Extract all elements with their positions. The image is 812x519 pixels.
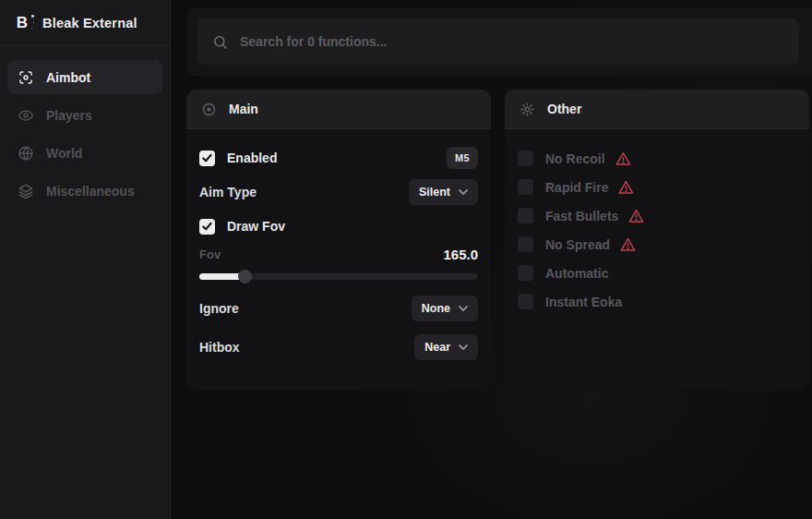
search-container: [186, 7, 812, 76]
layers-icon: [18, 183, 34, 199]
chevron-down-icon: [459, 344, 468, 350]
other-panel: Other No Recoil Rapid Fire Fast Bullets: [505, 90, 809, 390]
aim-type-row: Aim Type Silent: [199, 179, 478, 205]
other-panel-title: Other: [547, 102, 581, 116]
fov-label: Fov: [199, 247, 221, 261]
crosshair-icon: [18, 69, 34, 86]
warning-icon: [615, 151, 631, 166]
search-input[interactable]: [240, 34, 784, 49]
instant-eoka-checkbox[interactable]: [518, 294, 533, 309]
main-panel-body: Enabled M5 Aim Type Silent Draw Fov Fov …: [186, 129, 491, 369]
enabled-label: Enabled: [227, 151, 277, 165]
no-spread-row: No Spread: [518, 230, 796, 259]
no-spread-checkbox[interactable]: [518, 236, 533, 252]
rapid-fire-label: Rapid Fire: [545, 180, 608, 195]
sidebar-item-label: World: [46, 146, 82, 161]
chevron-down-icon: [459, 189, 468, 195]
warning-icon: [618, 180, 634, 195]
no-spread-label: No Spread: [545, 237, 610, 252]
sidebar-item-label: Players: [46, 108, 92, 123]
rapid-fire-row: Rapid Fire: [518, 173, 796, 201]
enabled-row: Enabled M5: [199, 144, 478, 172]
sidebar-item-aimbot[interactable]: Aimbot: [7, 60, 162, 94]
sidebar-item-world[interactable]: World: [7, 136, 162, 170]
app-title: Bleak External: [42, 16, 137, 30]
main-panel-header: Main: [186, 90, 491, 129]
fov-value: 165.0: [443, 247, 478, 262]
fov-label-row: Fov 165.0: [199, 244, 478, 264]
warning-icon: [620, 237, 636, 252]
sidebar-nav: Aimbot Players World Miscellaneous: [0, 46, 170, 222]
ignore-dropdown[interactable]: None: [412, 296, 478, 321]
keybind-badge[interactable]: M5: [447, 147, 478, 169]
no-recoil-checkbox[interactable]: [518, 151, 533, 166]
no-recoil-row: No Recoil: [518, 144, 796, 173]
eye-icon: [18, 107, 34, 124]
draw-fov-label: Draw Fov: [227, 219, 285, 234]
fov-slider[interactable]: [199, 269, 478, 284]
main-panel: Main Enabled M5 Aim Type Silent Draw Fov: [186, 90, 491, 390]
aim-type-label: Aim Type: [199, 185, 257, 199]
sidebar-item-miscellaneous[interactable]: Miscellaneous: [7, 174, 162, 208]
sidebar-item-label: Miscellaneous: [46, 184, 135, 199]
aim-type-value: Silent: [419, 186, 450, 199]
aim-type-dropdown[interactable]: Silent: [409, 179, 478, 205]
globe-icon: [18, 145, 34, 162]
chevron-down-icon: [459, 306, 468, 311]
hitbox-value: Near: [424, 341, 450, 354]
automatic-row: Automatic: [518, 259, 796, 287]
sidebar-header: B Bleak External: [0, 0, 170, 46]
search-box[interactable]: [197, 18, 799, 65]
draw-fov-row: Draw Fov: [199, 212, 478, 240]
hitbox-row: Hitbox Near: [199, 334, 478, 360]
enabled-checkbox[interactable]: [199, 151, 215, 166]
main-panel-title: Main: [229, 102, 258, 116]
gear-icon: [519, 102, 535, 117]
sidebar-item-label: Aimbot: [46, 70, 90, 85]
instant-eoka-row: Instant Eoka: [518, 287, 796, 316]
app-logo-icon: B: [12, 13, 32, 33]
ignore-label: Ignore: [199, 301, 239, 316]
no-recoil-label: No Recoil: [545, 151, 605, 166]
target-icon: [201, 102, 217, 117]
search-icon: [212, 34, 228, 50]
ignore-value: None: [422, 302, 450, 315]
other-panel-body: No Recoil Rapid Fire Fast Bullets No Spr…: [505, 129, 809, 325]
ignore-row: Ignore None: [199, 296, 478, 321]
sidebar: B Bleak External Aimbot Players World M: [0, 0, 171, 519]
fast-bullets-label: Fast Bullets: [545, 209, 618, 223]
fast-bullets-row: Fast Bullets: [518, 201, 796, 230]
sidebar-item-players[interactable]: Players: [7, 98, 162, 132]
rapid-fire-checkbox[interactable]: [518, 179, 533, 195]
other-panel-header: Other: [505, 90, 809, 129]
fov-slider-thumb[interactable]: [238, 270, 252, 284]
instant-eoka-label: Instant Eoka: [545, 295, 622, 309]
automatic-label: Automatic: [545, 266, 608, 281]
automatic-checkbox[interactable]: [518, 265, 533, 281]
hitbox-dropdown[interactable]: Near: [414, 334, 478, 360]
fast-bullets-checkbox[interactable]: [518, 208, 533, 223]
hitbox-label: Hitbox: [199, 340, 240, 355]
draw-fov-checkbox[interactable]: [199, 219, 215, 235]
warning-icon: [628, 209, 644, 223]
